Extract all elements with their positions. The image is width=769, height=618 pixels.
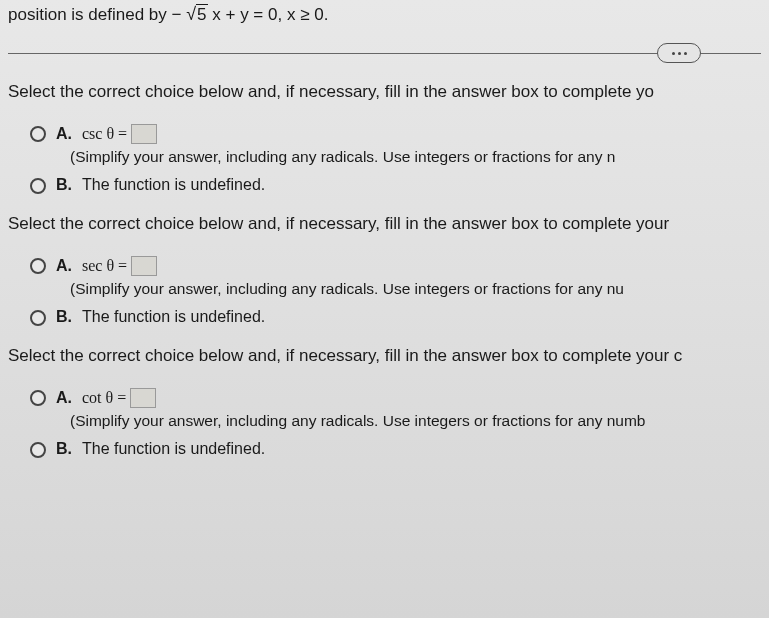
- csc-expression: csc θ =: [82, 125, 127, 143]
- divider: [8, 53, 761, 54]
- cot-answer-input[interactable]: [130, 388, 156, 408]
- label-a: A.: [56, 125, 72, 143]
- choice-csc-b[interactable]: B. The function is undefined.: [30, 176, 761, 194]
- choice-sec-b[interactable]: B. The function is undefined.: [30, 308, 761, 326]
- csc-answer-input[interactable]: [131, 124, 157, 144]
- label-b: B.: [56, 308, 72, 326]
- prompt-sec: Select the correct choice below and, if …: [8, 214, 761, 234]
- divider-row: [8, 53, 761, 54]
- equation-prefix: position is defined by: [8, 5, 172, 24]
- prompt-csc: Select the correct choice below and, if …: [8, 82, 761, 102]
- choice-csc-a[interactable]: A. csc θ = (Simplify your answer, includ…: [30, 124, 761, 166]
- radio-cot-b[interactable]: [30, 442, 46, 458]
- label-b: B.: [56, 176, 72, 194]
- equation-rest: x + y = 0, x ≥ 0.: [208, 5, 329, 24]
- choice-group-cot: A. cot θ = (Simplify your answer, includ…: [30, 388, 761, 458]
- cot-undefined-text: The function is undefined.: [82, 440, 265, 458]
- choice-group-sec: A. sec θ = (Simplify your answer, includ…: [30, 256, 761, 326]
- radio-sec-a[interactable]: [30, 258, 46, 274]
- radio-sec-b[interactable]: [30, 310, 46, 326]
- sec-hint: (Simplify your answer, including any rad…: [70, 280, 761, 298]
- cot-expression: cot θ =: [82, 389, 126, 407]
- sec-expression: sec θ =: [82, 257, 127, 275]
- choice-group-csc: A. csc θ = (Simplify your answer, includ…: [30, 124, 761, 194]
- choice-cot-a[interactable]: A. cot θ = (Simplify your answer, includ…: [30, 388, 761, 430]
- label-b: B.: [56, 440, 72, 458]
- more-options-button[interactable]: [657, 43, 701, 63]
- prompt-cot: Select the correct choice below and, if …: [8, 346, 761, 366]
- choice-cot-b[interactable]: B. The function is undefined.: [30, 440, 761, 458]
- label-a: A.: [56, 389, 72, 407]
- sec-undefined-text: The function is undefined.: [82, 308, 265, 326]
- radio-csc-a[interactable]: [30, 126, 46, 142]
- negative-sign: −: [172, 5, 182, 24]
- radio-cot-a[interactable]: [30, 390, 46, 406]
- problem-statement: position is defined by − √5 x + y = 0, x…: [8, 0, 761, 35]
- label-a: A.: [56, 257, 72, 275]
- radio-csc-b[interactable]: [30, 178, 46, 194]
- csc-undefined-text: The function is undefined.: [82, 176, 265, 194]
- cot-hint: (Simplify your answer, including any rad…: [70, 412, 761, 430]
- choice-sec-a[interactable]: A. sec θ = (Simplify your answer, includ…: [30, 256, 761, 298]
- csc-hint: (Simplify your answer, including any rad…: [70, 148, 761, 166]
- sqrt-expression: √5: [186, 4, 207, 25]
- sec-answer-input[interactable]: [131, 256, 157, 276]
